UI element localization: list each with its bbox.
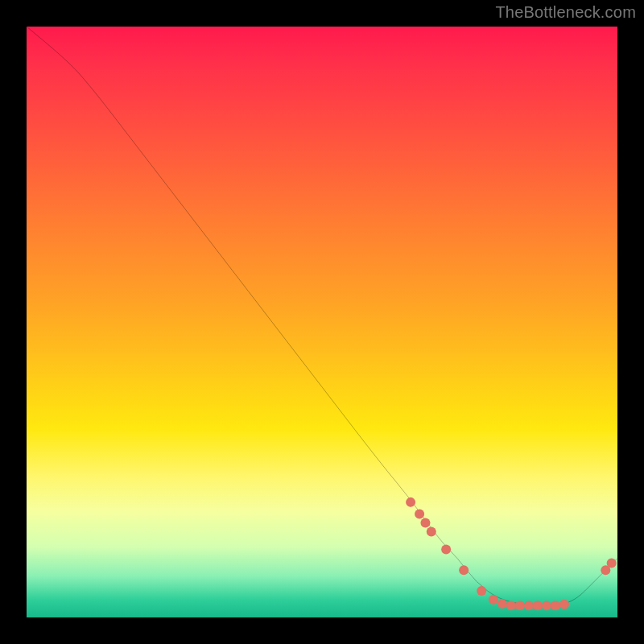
data-marker [406, 497, 415, 507]
data-marker [459, 565, 469, 575]
watermark-text: TheBottleneck.com [495, 3, 636, 22]
data-marker [551, 601, 560, 610]
data-markers [406, 497, 617, 610]
data-marker [415, 510, 424, 519]
data-marker [607, 558, 617, 568]
chart-frame: TheBottleneck.com [0, 0, 644, 644]
data-marker [489, 595, 498, 605]
data-marker [506, 601, 516, 610]
chart-line-group [27, 27, 617, 605]
data-marker [427, 527, 436, 537]
data-marker [559, 600, 569, 609]
data-marker [524, 601, 534, 610]
data-marker [477, 586, 486, 596]
data-marker [515, 601, 525, 610]
data-marker [542, 601, 551, 610]
chart-overlay [27, 27, 617, 617]
data-marker [533, 601, 543, 610]
data-marker [497, 599, 507, 609]
data-marker [420, 518, 430, 528]
data-marker [441, 545, 451, 555]
data-curve [27, 27, 617, 605]
